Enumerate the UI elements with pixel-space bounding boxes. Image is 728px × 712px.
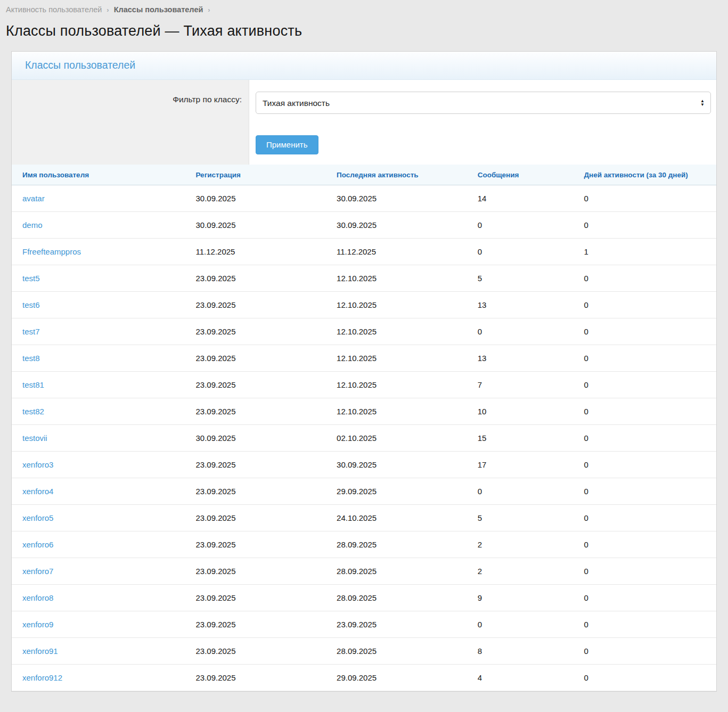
cell-registration: 23.09.2025 [185, 265, 326, 292]
cell-messages: 7 [467, 372, 574, 398]
cell-registration: 23.09.2025 [185, 478, 326, 505]
cell-username: xenforo6 [12, 531, 185, 558]
username-link[interactable]: test82 [22, 407, 44, 416]
table-row: test5 23.09.2025 12.10.2025 5 0 [12, 265, 716, 292]
cell-registration: 23.09.2025 [185, 531, 326, 558]
cell-last-activity: 23.09.2025 [326, 611, 467, 638]
cell-active-days: 0 [573, 398, 716, 425]
cell-username: xenforo7 [12, 558, 185, 585]
username-link[interactable]: xenforo912 [22, 673, 62, 682]
cell-active-days: 0 [573, 478, 716, 505]
cell-active-days: 0 [573, 185, 716, 212]
cell-username: Ffreefteamppros [12, 239, 185, 265]
user-activity-table: Имя пользователя Регистрация Последняя а… [12, 165, 716, 691]
cell-active-days: 0 [573, 638, 716, 665]
cell-messages: 17 [467, 452, 574, 478]
cell-username: test8 [12, 345, 185, 372]
username-link[interactable]: xenforo5 [22, 513, 53, 522]
table-row: test6 23.09.2025 12.10.2025 13 0 [12, 292, 716, 318]
cell-messages: 5 [467, 265, 574, 292]
cell-active-days: 0 [573, 531, 716, 558]
username-link[interactable]: xenforo3 [22, 460, 53, 469]
cell-registration: 23.09.2025 [185, 611, 326, 638]
cell-last-activity: 12.10.2025 [326, 372, 467, 398]
cell-last-activity: 30.09.2025 [326, 452, 467, 478]
table-row: xenforo5 23.09.2025 24.10.2025 5 0 [12, 505, 716, 531]
username-link[interactable]: avatar [22, 194, 45, 203]
cell-active-days: 0 [573, 212, 716, 239]
cell-last-activity: 12.10.2025 [326, 398, 467, 425]
cell-messages: 15 [467, 425, 574, 452]
username-link[interactable]: Ffreefteamppros [22, 247, 81, 256]
table-row: testovii 30.09.2025 02.10.2025 15 0 [12, 425, 716, 452]
cell-active-days: 0 [573, 265, 716, 292]
user-table-body: avatar 30.09.2025 30.09.2025 14 0 demo 3… [12, 185, 716, 691]
cell-username: demo [12, 212, 185, 239]
username-link[interactable]: xenforo4 [22, 487, 53, 496]
cell-last-activity: 30.09.2025 [326, 212, 467, 239]
username-link[interactable]: xenforo9 [22, 620, 53, 629]
cell-registration: 23.09.2025 [185, 398, 326, 425]
cell-messages: 0 [467, 611, 574, 638]
cell-active-days: 0 [573, 345, 716, 372]
cell-last-activity: 30.09.2025 [326, 185, 467, 212]
username-link[interactable]: xenforo6 [22, 540, 53, 549]
cell-last-activity: 29.09.2025 [326, 665, 467, 691]
cell-messages: 9 [467, 585, 574, 611]
username-link[interactable]: xenforo8 [22, 593, 53, 602]
filter-label: Фильтр по классу: [12, 80, 249, 165]
table-row: test81 23.09.2025 12.10.2025 7 0 [12, 372, 716, 398]
username-link[interactable]: test7 [22, 327, 40, 336]
cell-last-activity: 12.10.2025 [326, 345, 467, 372]
panel-heading: Классы пользователей [12, 52, 716, 80]
username-link[interactable]: test5 [22, 274, 40, 283]
cell-registration: 23.09.2025 [185, 345, 326, 372]
cell-registration: 23.09.2025 [185, 505, 326, 531]
table-row: demo 30.09.2025 30.09.2025 0 0 [12, 212, 716, 239]
username-link[interactable]: test8 [22, 354, 40, 363]
cell-registration: 23.09.2025 [185, 558, 326, 585]
table-row: test82 23.09.2025 12.10.2025 10 0 [12, 398, 716, 425]
cell-username: test82 [12, 398, 185, 425]
cell-active-days: 0 [573, 372, 716, 398]
cell-username: avatar [12, 185, 185, 212]
username-link[interactable]: test81 [22, 380, 44, 389]
cell-active-days: 0 [573, 505, 716, 531]
column-header-username: Имя пользователя [12, 165, 185, 185]
breadcrumb-link-user-activity[interactable]: Активность пользователей [6, 5, 102, 14]
cell-last-activity: 02.10.2025 [326, 425, 467, 452]
cell-messages: 8 [467, 638, 574, 665]
cell-messages: 13 [467, 292, 574, 318]
cell-last-activity: 12.10.2025 [326, 292, 467, 318]
cell-messages: 0 [467, 478, 574, 505]
class-filter-select[interactable]: Тихая активность [256, 92, 711, 114]
cell-username: test7 [12, 318, 185, 345]
cell-messages: 0 [467, 239, 574, 265]
username-link[interactable]: testovii [22, 433, 47, 443]
cell-messages: 10 [467, 398, 574, 425]
username-link[interactable]: xenforo7 [22, 567, 53, 576]
cell-messages: 2 [467, 531, 574, 558]
username-link[interactable]: demo [22, 220, 43, 230]
cell-registration: 23.09.2025 [185, 292, 326, 318]
user-classes-panel: Классы пользователей Фильтр по классу: Т… [11, 51, 717, 692]
breadcrumb: Активность пользователей›Классы пользова… [6, 5, 722, 14]
cell-active-days: 0 [573, 318, 716, 345]
table-row: xenforo6 23.09.2025 28.09.2025 2 0 [12, 531, 716, 558]
apply-button[interactable]: Применить [256, 135, 318, 154]
username-link[interactable]: xenforo91 [22, 646, 58, 656]
cell-registration: 23.09.2025 [185, 372, 326, 398]
cell-last-activity: 24.10.2025 [326, 505, 467, 531]
username-link[interactable]: test6 [22, 300, 40, 309]
cell-username: xenforo8 [12, 585, 185, 611]
cell-registration: 23.09.2025 [185, 585, 326, 611]
cell-username: test5 [12, 265, 185, 292]
cell-messages: 13 [467, 345, 574, 372]
filter-form: Фильтр по классу: Тихая активность ▲▼ Пр… [12, 80, 716, 165]
cell-last-activity: 29.09.2025 [326, 478, 467, 505]
cell-username: testovii [12, 425, 185, 452]
table-row: avatar 30.09.2025 30.09.2025 14 0 [12, 185, 716, 212]
cell-username: xenforo5 [12, 505, 185, 531]
table-row: xenforo7 23.09.2025 28.09.2025 2 0 [12, 558, 716, 585]
table-row: xenforo8 23.09.2025 28.09.2025 9 0 [12, 585, 716, 611]
